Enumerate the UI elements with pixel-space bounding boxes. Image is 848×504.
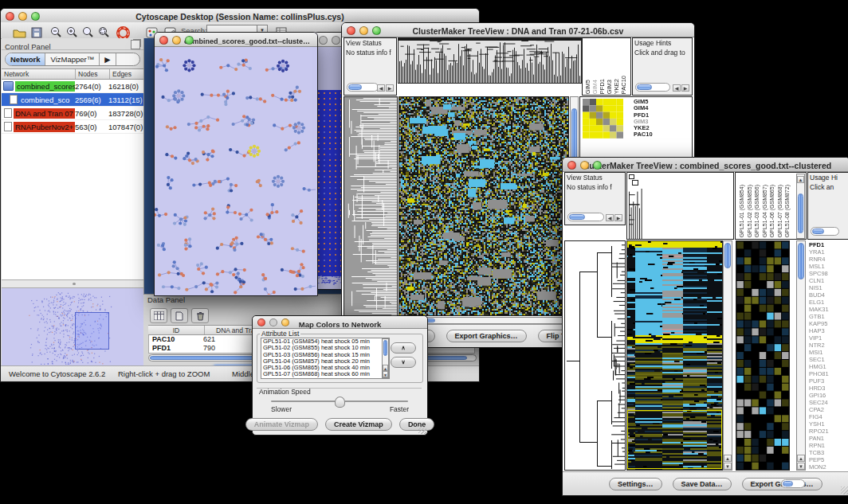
column-label[interactable]: YKE2 [613, 79, 620, 94]
panel-splitter[interactable] [2, 280, 143, 287]
column-label[interactable]: GPL51-01 (GSM854) [738, 185, 746, 237]
tv1-hints-left-arrow[interactable]: ◀ [673, 84, 681, 92]
gene-label[interactable]: HAP3 [809, 327, 848, 334]
network1-titlebar[interactable]: combined_scores_good.txt--cluste… [155, 33, 317, 47]
gene-label[interactable]: PFD1 [809, 241, 848, 248]
gene-label[interactable]: KAP95 [809, 320, 848, 327]
gene-label[interactable]: TCB3 [809, 449, 848, 456]
tv2-heatmap[interactable] [626, 240, 723, 471]
scroll-down-icon[interactable]: ▼ [797, 463, 805, 470]
treeview-button[interactable]: Save Data… [673, 478, 732, 490]
col-network[interactable]: Network [2, 69, 76, 79]
slider-thumb[interactable] [335, 397, 345, 408]
tv2-status-left-arrow[interactable]: ◀ [606, 214, 614, 221]
gene-label[interactable]: NIS1 [809, 284, 848, 291]
tv2-heatmap-vscrollbar[interactable]: ▲ ▼ [723, 240, 732, 471]
new-attribute-icon[interactable] [171, 308, 188, 323]
overview-canvas[interactable] [2, 288, 142, 368]
tv1-hints-right-arrow[interactable]: ▶ [681, 84, 689, 92]
tv2-column-labels[interactable]: GPL51-01 (GSM854)GPL51-02 (GSM855)GPL51-… [735, 172, 807, 240]
tv2-bottom-slider[interactable] [781, 479, 805, 488]
tv2-labels-vscrollbar[interactable]: ▲ [796, 174, 805, 239]
treeview-button[interactable]: Export Graphics… [446, 330, 527, 342]
column-label[interactable]: PAC10 [620, 76, 627, 94]
scroll-thumb[interactable] [798, 243, 804, 279]
dialog-button[interactable]: Animate Vizmap [245, 418, 318, 431]
tv1-row-dendrogram[interactable] [344, 96, 398, 324]
tv1-zoom-heatmap[interactable] [583, 99, 623, 139]
gene-label[interactable]: PHO81 [809, 370, 848, 377]
row-label[interactable]: PAC10 [634, 131, 653, 138]
tv2-column-dendrogram[interactable] [626, 172, 734, 240]
gene-label[interactable]: CLN1 [809, 277, 848, 284]
tv2-zoom-vscrollbar[interactable]: ▲ ▼ [796, 240, 806, 471]
gene-label[interactable]: FIG4 [809, 413, 848, 420]
gene-label[interactable]: BUD4 [809, 291, 848, 299]
tv1-status-right-arrow[interactable]: ▶ [386, 84, 394, 92]
scroll-thumb[interactable] [724, 243, 731, 268]
gene-label[interactable]: NTR2 [809, 342, 848, 349]
traffic-lights[interactable] [6, 12, 40, 21]
tv1-status-left-arrow[interactable]: ◀ [377, 84, 385, 92]
gene-label[interactable]: MSI1 [809, 349, 848, 356]
tv1-column-labels[interactable]: GIM5GIM4PFD1GIM3YKE2PAC10 [582, 37, 631, 96]
gene-label[interactable]: VIP1 [809, 334, 848, 342]
gene-label[interactable]: MAK31 [809, 306, 848, 313]
col-edges[interactable]: Edges [110, 69, 143, 79]
dialog-button[interactable]: Create Vizmap [325, 418, 392, 431]
gene-label[interactable]: PAN1 [809, 435, 848, 442]
tv1-hints-slider[interactable] [635, 83, 670, 92]
column-label[interactable]: GPL51-02 (GSM855) [746, 185, 754, 237]
scroll-down-icon[interactable]: ▼ [724, 463, 732, 470]
tv2-zoom-heatmap[interactable] [736, 240, 790, 471]
gene-label[interactable]: MON2 [809, 463, 848, 471]
column-label[interactable]: GPL51-08 (GSM872) [783, 185, 791, 237]
scroll-up-icon[interactable]: ▲ [724, 455, 732, 462]
gene-label[interactable]: GTB1 [809, 313, 848, 320]
col-nodes[interactable]: Nodes [76, 69, 110, 79]
treeview-button[interactable]: Settings… [609, 478, 662, 490]
column-label[interactable]: GIM3 [606, 80, 613, 94]
tv2-hints-slider[interactable] [811, 227, 839, 236]
tv2-row-dendrogram[interactable] [564, 240, 626, 471]
tv1-column-dendrogram[interactable] [398, 37, 582, 84]
scroll-up-icon[interactable]: ▲ [797, 455, 805, 462]
column-label[interactable]: PFD1 [599, 79, 606, 94]
gene-label[interactable]: CPA2 [809, 406, 848, 413]
resize-grip[interactable] [841, 486, 848, 494]
gene-label[interactable]: YSH1 [809, 420, 848, 428]
column-label[interactable]: GPL51-07 (GSM868) [776, 185, 784, 237]
tv2-status-slider[interactable] [567, 213, 604, 221]
column-label[interactable]: GIM5 [584, 80, 591, 94]
main-titlebar[interactable]: Cytoscape Desktop (Session Name: collins… [1, 9, 479, 23]
network-row[interactable]: DNA and Tran 07 769(0) 183728(0) [2, 107, 143, 120]
tab[interactable]: ▶ [100, 53, 116, 65]
select-attributes-icon[interactable] [150, 308, 167, 323]
tv1-status-slider[interactable] [347, 83, 379, 92]
gene-label[interactable]: SPC98 [809, 270, 848, 277]
column-label[interactable]: GPL51-03 (GSM856) [753, 185, 761, 237]
gene-label[interactable]: ELG1 [809, 299, 848, 306]
network-row[interactable]: combined_scores 2764(0) 16218(0) [2, 80, 143, 93]
dialog-button[interactable]: Done [399, 418, 435, 431]
treeview2-titlebar[interactable]: ClusterMaker TreeView : combined_scores_… [563, 158, 848, 172]
gene-label[interactable]: SEC1 [809, 356, 848, 363]
tv1-heatmap[interactable] [398, 96, 569, 316]
tab[interactable]: VizMapper™ [45, 53, 100, 65]
attribute-list[interactable]: GPL51-01 (GSM854) heat shock 05 minGPL51… [261, 338, 390, 379]
resize-grip[interactable] [418, 426, 426, 434]
gene-label[interactable]: PUF3 [809, 377, 848, 385]
attribute-item[interactable]: GPL51-07 (GSM868) heat shock 60 min [263, 371, 389, 377]
column-label[interactable]: GPL51-06 (GSM865) [768, 185, 776, 237]
gene-label[interactable]: RNR4 [809, 256, 848, 263]
network-row[interactable]: RNAPuberNov2+ 563(0) 107847(0) [2, 120, 143, 134]
gene-label[interactable]: PEP5 [809, 456, 848, 463]
gene-label[interactable]: HRD3 [809, 385, 848, 392]
move-up-button[interactable]: ∧ [391, 342, 416, 354]
treeview1-titlebar[interactable]: ClusterMaker TreeView : DNA and Tran 07-… [342, 23, 694, 37]
column-label[interactable]: GIM4 [591, 80, 599, 94]
gene-label[interactable]: SEC24 [809, 399, 848, 406]
network-overview[interactable] [2, 287, 143, 368]
delete-attribute-icon[interactable] [191, 308, 209, 323]
network-row[interactable]: combined_sco 2569(6) 13112(15) [2, 93, 143, 107]
